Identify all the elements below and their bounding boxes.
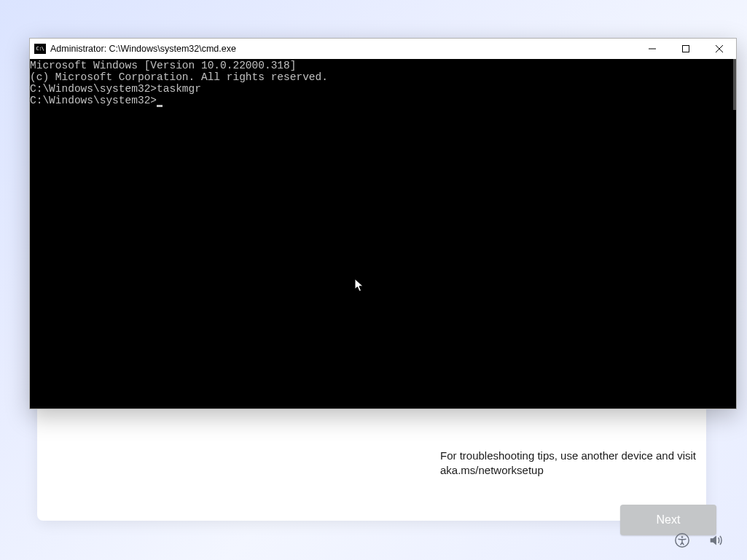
accessibility-icon[interactable] <box>674 532 690 551</box>
cmd-icon: C:\ <box>34 44 46 54</box>
line-prompt1: C:\Windows\system32>taskmgr <box>30 83 736 95</box>
help-line-1: For troubleshooting tips, use another de… <box>440 449 696 462</box>
next-button-label: Next <box>657 513 681 527</box>
line-version: Microsoft Windows [Version 10.0.22000.31… <box>30 60 736 71</box>
system-tray <box>674 532 724 551</box>
command-prompt-window: C:\ Administrator: C:\Windows\system32\c… <box>29 38 737 409</box>
line-prompt2: C:\Windows\system32> <box>30 95 736 106</box>
terminal-area[interactable]: Microsoft Windows [Version 10.0.22000.31… <box>30 59 736 409</box>
terminal-output: Microsoft Windows [Version 10.0.22000.31… <box>30 60 736 106</box>
close-button[interactable] <box>703 39 736 59</box>
minimize-button[interactable] <box>635 39 669 59</box>
scrollbar-thumb[interactable] <box>733 59 736 110</box>
window-titlebar[interactable]: C:\ Administrator: C:\Windows\system32\c… <box>30 39 736 59</box>
window-title: Administrator: C:\Windows\system32\cmd.e… <box>50 44 236 54</box>
svg-rect-3 <box>683 46 689 52</box>
next-button[interactable]: Next <box>620 505 716 535</box>
line-copyright: (c) Microsoft Corporation. All rights re… <box>30 71 736 83</box>
maximize-button[interactable] <box>669 39 703 59</box>
text-cursor <box>157 105 163 107</box>
volume-icon[interactable] <box>708 532 724 551</box>
network-help-text: For troubleshooting tips, use another de… <box>440 449 717 478</box>
help-line-2: aka.ms/networksetup <box>440 464 544 476</box>
svg-point-1 <box>681 536 684 538</box>
